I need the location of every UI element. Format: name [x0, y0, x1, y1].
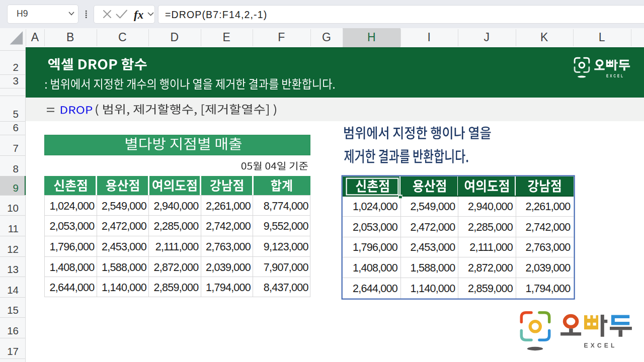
- svg-text:fx: fx: [134, 9, 143, 21]
